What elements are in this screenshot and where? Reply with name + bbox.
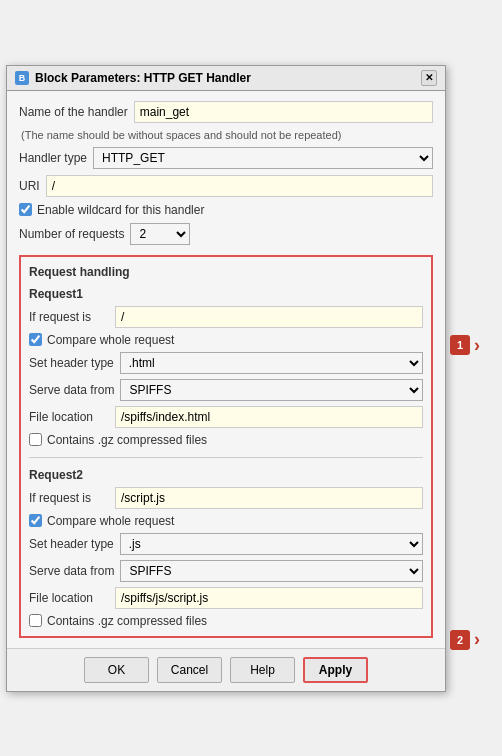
request-handling-title: Request handling <box>29 265 423 279</box>
handler-name-row: Name of the handler <box>19 101 433 123</box>
handler-type-label: Handler type <box>19 151 87 165</box>
title-bar: B Block Parameters: HTTP GET Handler ✕ <box>7 66 445 91</box>
r2-header-select[interactable]: .html .js .css .json <box>120 533 423 555</box>
r2-header-row: Set header type .html .js .css .json <box>29 533 423 555</box>
r1-gz-row: Contains .gz compressed files <box>29 433 423 447</box>
num-requests-row: Number of requests 1 2 3 4 <box>19 223 433 245</box>
r1-serve-select[interactable]: SPIFFS LITTLEFS <box>120 379 423 401</box>
r1-compare-row: Compare whole request <box>29 333 423 347</box>
handler-name-hint: (The name should be without spaces and s… <box>19 129 433 141</box>
arrow-right-2: › <box>474 629 480 650</box>
r2-serve-select[interactable]: SPIFFS LITTLEFS <box>120 560 423 582</box>
footer: OK Cancel Help Apply <box>7 648 445 691</box>
r1-file-input[interactable] <box>115 406 423 428</box>
close-button[interactable]: ✕ <box>421 70 437 86</box>
r2-gz-checkbox[interactable] <box>29 614 42 627</box>
r2-file-row: File location <box>29 587 423 609</box>
request1-section: Request1 If request is Compare whole req… <box>29 287 423 447</box>
r1-header-row: Set header type .html .js .css .json <box>29 352 423 374</box>
ok-button[interactable]: OK <box>84 657 149 683</box>
apply-button[interactable]: Apply <box>303 657 368 683</box>
r1-compare-label: Compare whole request <box>47 333 174 347</box>
r2-header-label: Set header type <box>29 537 114 551</box>
request-handling-box: Request handling Request1 If request is … <box>19 255 433 638</box>
main-window: B Block Parameters: HTTP GET Handler ✕ N… <box>6 65 446 692</box>
r1-header-select[interactable]: .html .js .css .json <box>120 352 423 374</box>
uri-row: URI <box>19 175 433 197</box>
window-title: Block Parameters: HTTP GET Handler <box>35 71 251 85</box>
r1-file-label: File location <box>29 410 109 424</box>
r2-compare-row: Compare whole request <box>29 514 423 528</box>
uri-label: URI <box>19 179 40 193</box>
wildcard-label: Enable wildcard for this handler <box>37 203 204 217</box>
r2-compare-checkbox[interactable] <box>29 514 42 527</box>
request2-name: Request2 <box>29 468 423 482</box>
arrow-right-1: › <box>474 335 480 356</box>
request2-section: Request2 If request is Compare whole req… <box>29 468 423 628</box>
help-button[interactable]: Help <box>230 657 295 683</box>
r1-header-label: Set header type <box>29 356 114 370</box>
handler-name-input[interactable] <box>134 101 433 123</box>
r2-if-request-input[interactable] <box>115 487 423 509</box>
uri-input[interactable] <box>46 175 433 197</box>
r1-serve-label: Serve data from <box>29 383 114 397</box>
r2-serve-label: Serve data from <box>29 564 114 578</box>
r2-compare-label: Compare whole request <box>47 514 174 528</box>
r2-gz-row: Contains .gz compressed files <box>29 614 423 628</box>
r1-compare-checkbox[interactable] <box>29 333 42 346</box>
window-icon: B <box>15 71 29 85</box>
r2-file-input[interactable] <box>115 587 423 609</box>
num-requests-select[interactable]: 1 2 3 4 <box>130 223 190 245</box>
wildcard-checkbox[interactable] <box>19 203 32 216</box>
r1-if-request-input[interactable] <box>115 306 423 328</box>
r2-gz-label: Contains .gz compressed files <box>47 614 207 628</box>
cancel-button[interactable]: Cancel <box>157 657 222 683</box>
r1-file-row: File location <box>29 406 423 428</box>
annotation-1: 1 <box>450 335 470 355</box>
handler-type-select[interactable]: HTTP_GET HTTP_POST <box>93 147 433 169</box>
annotation-2: 2 <box>450 630 470 650</box>
wildcard-row: Enable wildcard for this handler <box>19 203 433 217</box>
r2-if-request-label: If request is <box>29 491 109 505</box>
handler-name-label: Name of the handler <box>19 105 128 119</box>
handler-type-row: Handler type HTTP_GET HTTP_POST <box>19 147 433 169</box>
dialog-content: Name of the handler (The name should be … <box>7 91 445 648</box>
r2-if-request-row: If request is <box>29 487 423 509</box>
title-bar-left: B Block Parameters: HTTP GET Handler <box>15 71 251 85</box>
r1-gz-checkbox[interactable] <box>29 433 42 446</box>
r1-if-request-label: If request is <box>29 310 109 324</box>
r1-if-request-row: If request is <box>29 306 423 328</box>
r1-gz-label: Contains .gz compressed files <box>47 433 207 447</box>
r2-serve-row: Serve data from SPIFFS LITTLEFS <box>29 560 423 582</box>
r1-serve-row: Serve data from SPIFFS LITTLEFS <box>29 379 423 401</box>
r2-file-label: File location <box>29 591 109 605</box>
num-requests-label: Number of requests <box>19 227 124 241</box>
request1-name: Request1 <box>29 287 423 301</box>
section-divider <box>29 457 423 458</box>
